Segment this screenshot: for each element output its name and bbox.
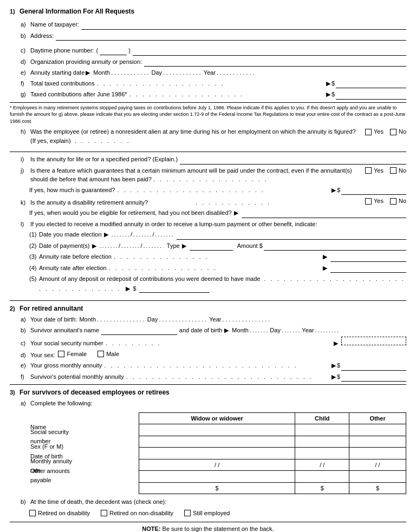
checkbox-no-j[interactable]: No: [390, 166, 406, 175]
year-dots-e: ............: [217, 68, 256, 77]
cell-widow-other[interactable]: $: [139, 482, 295, 494]
cell-child-monthly[interactable]: [295, 471, 349, 483]
checkbox-no-h[interactable]: No: [390, 127, 406, 136]
checkbox-female-box[interactable]: [58, 351, 64, 357]
checkbox-still-employed-box[interactable]: [184, 510, 191, 516]
disability-date-field[interactable]: [242, 208, 406, 218]
gross-monthly-field[interactable]: [341, 361, 406, 371]
checkbox-no-box-j[interactable]: [390, 167, 396, 174]
checkbox-still-employed[interactable]: Still employed: [184, 509, 230, 518]
text-l3: Annuity rate before election: [39, 252, 112, 261]
checkbox-no-box-k[interactable]: [390, 198, 396, 205]
checkbox-female[interactable]: Female: [58, 350, 87, 359]
checkbox-no-box-h[interactable]: [390, 129, 396, 135]
row-g-tax86: g) Taxed contributions after June 1986* …: [10, 90, 406, 100]
row-h-alien: h) Was the employee (or retiree) a nonre…: [10, 127, 406, 145]
cell-child-ssn[interactable]: [295, 436, 349, 448]
cell-other-name[interactable]: [349, 424, 406, 436]
checkbox-male[interactable]: Male: [98, 350, 119, 359]
row-3a: a) Complete the following: Name Social s…: [10, 399, 406, 494]
cell-widow-sex[interactable]: [139, 448, 295, 459]
arrow-2c: ▶: [334, 339, 338, 348]
cell-child-dob[interactable]: / /: [295, 459, 349, 471]
survivor-monthly-field[interactable]: [341, 372, 406, 382]
checkbox-yes-j[interactable]: Yes: [365, 166, 384, 175]
survivor-name-field[interactable]: [101, 326, 177, 336]
rate-after-field[interactable]: [330, 264, 406, 273]
checkbox-retired-nondisability-box[interactable]: [101, 510, 107, 516]
deposit-amount-field[interactable]: [139, 284, 210, 293]
label-d: d): [21, 57, 30, 67]
col-header-widow: Widow or widower: [139, 412, 295, 424]
checkbox-yes-h[interactable]: Yes: [365, 127, 384, 136]
arrow-e: ▶: [86, 68, 90, 77]
dots-j: . . . . . . . . . . . . . . . . . .: [153, 176, 268, 182]
divider-1: [10, 152, 406, 152]
row-c-phone: c) Daytime phone number: ( ): [10, 45, 406, 56]
checkbox-retired-nondisability[interactable]: Retired on non-disability: [101, 509, 173, 518]
cell-child-sex[interactable]: [295, 448, 349, 459]
cell-other-other[interactable]: $: [349, 482, 406, 494]
life-explain-field[interactable]: [180, 155, 406, 165]
row-2c-ssn: c) Your social security number . . . . .…: [10, 337, 406, 348]
phone-number-field[interactable]: [133, 46, 406, 56]
checkbox-yes-box-h[interactable]: [365, 129, 372, 135]
cell-child-name[interactable]: [295, 424, 349, 436]
phone-area-field[interactable]: [100, 45, 127, 55]
row-l4: (4) Annuity rate after election . . . . …: [10, 264, 406, 273]
guarantee-amount-field[interactable]: [341, 186, 406, 195]
text-l: If you elected to receive a modified ann…: [30, 220, 317, 229]
cell-widow-monthly[interactable]: [139, 471, 295, 483]
checkbox-male-box[interactable]: [98, 351, 104, 357]
text-g: Taxed contributions after June 1986*: [30, 90, 127, 99]
label-l5: (5): [29, 274, 39, 284]
text-f: Total taxed contributions: [30, 79, 95, 88]
row-j-guarantee: j) Is there a feature which guarantees t…: [10, 166, 406, 184]
cell-other-ssn[interactable]: [349, 436, 406, 448]
cell-widow-dob[interactable]: / /: [139, 459, 295, 471]
checkbox-yes-k[interactable]: Yes: [365, 196, 384, 206]
year-dots-2b: .........: [315, 326, 340, 335]
tax86-field[interactable]: [336, 90, 406, 100]
cell-other-sex[interactable]: [349, 448, 406, 459]
cell-other-monthly[interactable]: [349, 471, 406, 483]
table-row-other-amounts: $ $ $: [139, 482, 406, 494]
type-field-l2[interactable]: [190, 241, 233, 251]
checkbox-retired-disability[interactable]: Retired on disability: [29, 509, 90, 518]
ssn-field[interactable]: [341, 337, 406, 345]
row-2f-survivor-annuity: f) Survivor's potential monthly annuity …: [10, 372, 406, 382]
label-k: k): [21, 198, 30, 207]
org-field[interactable]: [144, 57, 406, 67]
month-dots-e: ............: [111, 68, 151, 77]
rate-before-field[interactable]: [330, 252, 406, 262]
amount-field-l2[interactable]: [264, 241, 406, 251]
taxpayer-name-field[interactable]: [81, 20, 406, 30]
row-f-total-tax: f) Total taxed contributions . . . . . .…: [10, 79, 406, 89]
cell-child-other[interactable]: $: [295, 482, 349, 494]
checkbox-no-k[interactable]: No: [390, 196, 406, 206]
checkbox-yes-box-j[interactable]: [365, 167, 372, 174]
cell-widow-ssn[interactable]: [139, 436, 295, 448]
amount-label-l2: Amount $: [237, 241, 263, 251]
dots-j-sub: . . . . . . . . . . . . . . . . . . . . …: [117, 186, 328, 195]
address-field[interactable]: [56, 31, 406, 41]
election-date-field[interactable]: [177, 230, 406, 240]
total-tax-field[interactable]: [336, 79, 406, 89]
section-2-number: 2): [10, 304, 20, 313]
survivors-section: Complete the following: Name Social secu…: [30, 399, 406, 494]
dollar-l5: $: [133, 285, 136, 292]
label-i: i): [21, 155, 30, 164]
label-b: b): [21, 31, 30, 41]
year-2a: Year: [209, 315, 221, 324]
checkbox-retired-disability-box[interactable]: [29, 510, 36, 516]
arrow-f: ▶: [326, 79, 330, 88]
checkbox-yes-box-k[interactable]: [365, 198, 372, 205]
label-3b: b): [21, 497, 30, 507]
cell-widow-name[interactable]: [139, 424, 295, 436]
text-j-sub: If yes, how much is guaranteed?: [29, 186, 115, 195]
day-2a: Day: [147, 315, 158, 324]
cell-other-dob[interactable]: / /: [349, 459, 406, 471]
col-header-child: Child: [295, 412, 349, 424]
arrow-l2-date: ▶: [92, 241, 96, 251]
day-dots-e: ............: [163, 68, 203, 77]
